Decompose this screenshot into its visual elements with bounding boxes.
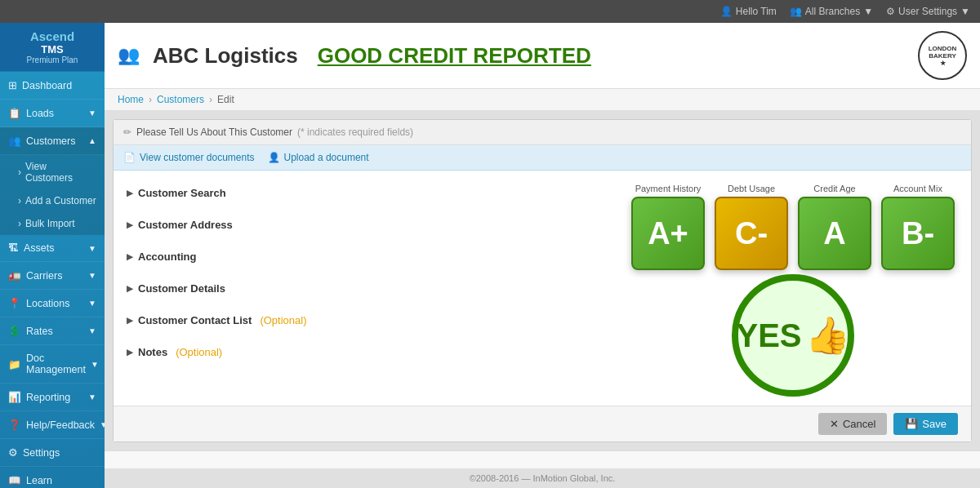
bulk-import-label: Bulk Import [25, 218, 75, 229]
section-header-customer-address[interactable]: ▶ Customer Address [127, 215, 602, 234]
chevron-down-icon: ▼ [88, 244, 96, 253]
sidebar-item-rates[interactable]: 💲 Rates ▼ [0, 317, 105, 345]
customers-submenu: › View Customers › Add a Customer › Bulk… [0, 155, 105, 235]
form-sections: ▶ Customer Search ▶ Customer Address [114, 171, 615, 406]
grade-label: Debt Usage [728, 184, 775, 193]
grade-card-a-plus: A+ [631, 197, 705, 270]
user-greeting[interactable]: 👤 Hello Tim [720, 6, 777, 17]
grade-credit-age: Credit Age A [798, 184, 871, 270]
section-label: Customer Search [138, 187, 226, 199]
sidebar-item-label: Help/Feedback [26, 419, 95, 431]
breadcrumb-sep1: › [149, 94, 152, 105]
top-bar: 👤 Hello Tim 👥 All Branches ▼ ⚙ User Sett… [0, 0, 980, 23]
company-name: ABC Logistics [153, 43, 298, 69]
sidebar-item-add-customer[interactable]: › Add a Customer [0, 189, 105, 212]
sidebar-item-view-customers[interactable]: › View Customers [0, 155, 105, 189]
arrow-icon: › [18, 195, 21, 206]
sidebar-item-locations[interactable]: 📍 Locations ▼ [0, 290, 105, 317]
learn-icon: 📖 [8, 474, 21, 486]
upload-document-label: Upload a document [284, 152, 369, 163]
upload-icon: 👤 [268, 152, 280, 163]
sidebar-item-label: Learn [26, 475, 52, 486]
sidebar-item-label: Dashboard [22, 80, 72, 91]
doc-icon: 📁 [8, 358, 21, 370]
sidebar-item-label: Doc Management [26, 353, 86, 375]
doc-actions: 📄 View customer documents 👤 Upload a doc… [114, 145, 971, 171]
sidebar-item-bulk-import[interactable]: › Bulk Import [0, 212, 105, 235]
credit-grades: Payment History A+ Debt Usage C- Credit … [631, 184, 955, 270]
section-label: Customer Address [138, 219, 233, 231]
logo-ascend: Ascend [7, 29, 98, 43]
form-required-text: (* indicates required fields) [297, 126, 413, 138]
chevron-down-icon: ▼ [88, 109, 96, 118]
sidebar-logo: Ascend TMS Premium Plan [0, 23, 105, 72]
loads-icon: 📋 [8, 107, 21, 119]
optional-label: (Optional) [260, 314, 306, 326]
sidebar-item-settings[interactable]: ⚙ Settings [0, 439, 105, 467]
sidebar-item-help[interactable]: ❓ Help/Feedback ▼ [0, 411, 105, 439]
optional-label: (Optional) [176, 346, 222, 358]
view-documents-button[interactable]: 📄 View customer documents [123, 152, 255, 163]
content-scroll: ✏ Please Tell Us About This Customer (* … [105, 111, 980, 468]
sidebar-item-assets[interactable]: 🏗 Assets ▼ [0, 235, 105, 262]
sidebar-item-carriers[interactable]: 🚛 Carriers ▼ [0, 262, 105, 290]
chevron-up-icon: ▲ [88, 136, 96, 145]
pencil-icon: ✏ [123, 126, 131, 138]
sidebar-item-customers[interactable]: 👥 Customers ▲ [0, 127, 105, 155]
arrow-icon: › [18, 166, 21, 178]
page-footer: ©2008-2016 — InMotion Global, Inc. [105, 468, 980, 488]
london-bakery-badge: LONDON BAKERY ★ [918, 31, 967, 80]
cancel-label: Cancel [843, 418, 875, 430]
credit-panel: Payment History A+ Debt Usage C- Credit … [615, 171, 971, 406]
section-customer-search: ▶ Customer Search [114, 177, 615, 209]
form-card: ✏ Please Tell Us About This Customer (* … [113, 119, 972, 442]
chevron-down-icon: ▼ [88, 326, 96, 335]
save-icon: 💾 [905, 418, 918, 430]
user-icon: 👤 [720, 6, 733, 17]
section-header-notes[interactable]: ▶ Notes (Optional) [127, 343, 602, 362]
section-customer-details: ▶ Customer Details [114, 273, 615, 304]
sidebar-item-learn[interactable]: 📖 Learn [0, 467, 105, 488]
sidebar-item-loads[interactable]: 📋 Loads ▼ [0, 100, 105, 127]
company-icon: 👥 [118, 45, 140, 66]
breadcrumb-home[interactable]: Home [118, 94, 144, 105]
triangle-icon: ▶ [127, 348, 133, 357]
grade-debt-usage: Debt Usage C- [715, 184, 788, 270]
chevron-down-icon: ▼ [88, 299, 96, 308]
sidebar-item-label: Reporting [26, 392, 70, 403]
settings-selector[interactable]: ⚙ User Settings ▼ [886, 6, 970, 17]
section-header-customer-details[interactable]: ▶ Customer Details [127, 279, 602, 298]
save-button[interactable]: 💾 Save [893, 413, 958, 435]
triangle-icon: ▶ [127, 284, 133, 293]
section-label: Accounting [138, 251, 197, 263]
add-customer-label: Add a Customer [25, 195, 96, 206]
cancel-button[interactable]: ✕ Cancel [818, 413, 887, 435]
sidebar-item-doc-management[interactable]: 📁 Doc Management ▼ [0, 345, 105, 384]
section-customer-address: ▶ Customer Address [114, 209, 615, 241]
section-notes: ▶ Notes (Optional) [114, 336, 615, 368]
sidebar-item-reporting[interactable]: 📊 Reporting ▼ [0, 384, 105, 411]
upload-document-button[interactable]: 👤 Upload a document [268, 152, 369, 163]
branch-arrow-icon: ▼ [863, 6, 873, 17]
credit-status: GOOD CREDIT REPORTED [318, 43, 591, 69]
promo-section: $10,000 Approved By: ✛ TRIUMPH BUSINESS … [105, 450, 980, 468]
triangle-icon: ▶ [127, 316, 133, 325]
section-header-customer-search[interactable]: ▶ Customer Search [127, 184, 602, 202]
view-customers-label: View Customers [25, 161, 96, 184]
branch-selector[interactable]: 👥 All Branches ▼ [790, 6, 873, 17]
customers-icon: 👥 [8, 135, 21, 147]
sidebar-item-label: Settings [23, 447, 60, 459]
sidebar-item-label: Assets [24, 242, 55, 254]
breadcrumb-customers[interactable]: Customers [157, 94, 204, 105]
section-header-accounting[interactable]: ▶ Accounting [127, 247, 602, 266]
branch-icon: 👥 [790, 6, 802, 17]
breadcrumb: Home › Customers › Edit [105, 89, 980, 111]
chevron-down-icon: ▼ [88, 271, 96, 280]
logo-plan: Premium Plan [7, 55, 98, 64]
sidebar-item-label: Carriers [26, 270, 62, 282]
grade-label: Payment History [635, 184, 702, 193]
x-icon: ✕ [830, 418, 839, 430]
section-header-customer-contact[interactable]: ▶ Customer Contact List (Optional) [127, 311, 602, 330]
sidebar-item-label: Customers [26, 135, 75, 147]
sidebar-item-dashboard[interactable]: ⊞ Dashboard [0, 72, 105, 100]
